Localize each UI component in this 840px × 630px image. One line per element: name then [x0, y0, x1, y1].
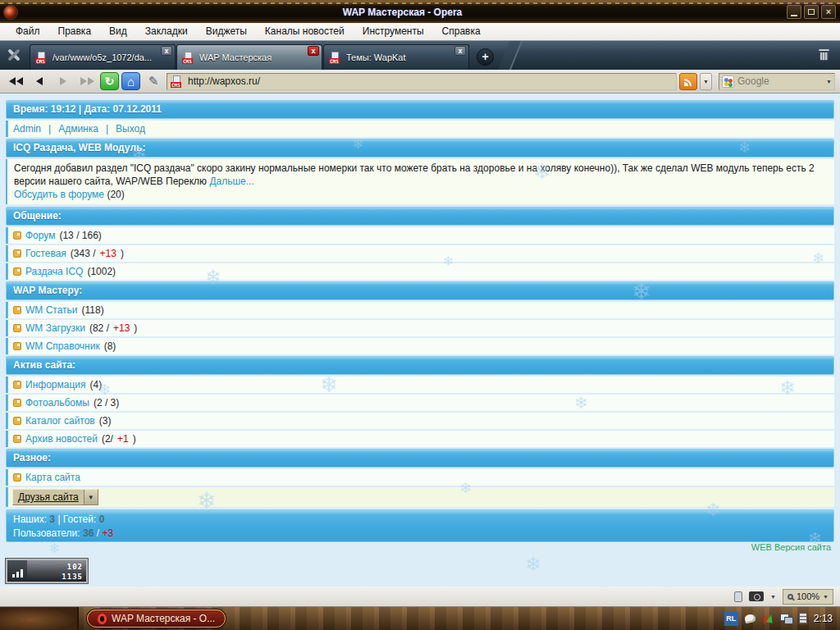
panels-toggle-button[interactable]: [0, 41, 30, 70]
device-view-toggle[interactable]: [734, 591, 742, 602]
skin-emblem-icon: [3, 5, 18, 20]
reload-button[interactable]: ↻: [100, 72, 119, 90]
list-item[interactable]: Архив новостей (2/ +1 ): [6, 431, 834, 447]
item-link[interactable]: WM Справочник: [25, 340, 100, 352]
menu-bookmarks[interactable]: Закладки: [136, 23, 197, 40]
tab-close-icon[interactable]: x: [308, 46, 319, 56]
forward-button[interactable]: [52, 71, 74, 91]
users-new-count: +3: [102, 527, 113, 539]
tab-cms-file[interactable]: CMS /var/www/o5z_1072/da... x: [30, 44, 176, 70]
list-item[interactable]: Форум (13 / 166): [6, 227, 834, 244]
tab-themes-wapkat[interactable]: CMS Темы: WapKat x: [323, 44, 469, 70]
address-bar[interactable]: CMS: [167, 73, 677, 90]
item-link[interactable]: Гостевая: [25, 248, 66, 259]
new-tab-button[interactable]: +: [477, 48, 494, 66]
tab-close-icon[interactable]: x: [161, 46, 172, 56]
menu-widgets[interactable]: Виджеты: [197, 23, 256, 40]
item-count-close: ): [133, 433, 136, 445]
os-taskbar: WAP Мастерская - O... RL 2:13: [0, 607, 840, 630]
zoom-level: 100%: [797, 591, 819, 601]
adminka-link[interactable]: Админка: [58, 123, 98, 135]
list-item[interactable]: Каталог сайтов (3): [6, 413, 834, 429]
list-item[interactable]: Фотоальбомы (2 / 3): [6, 395, 834, 411]
list-item[interactable]: WM Справочник (8): [6, 338, 834, 354]
menu-help[interactable]: Справка: [433, 23, 490, 40]
item-link[interactable]: Каталог сайтов: [25, 415, 95, 427]
rss-dropdown-button[interactable]: ▼: [700, 73, 712, 90]
fast-forward-button[interactable]: [76, 71, 98, 91]
rss-feed-button[interactable]: [679, 73, 697, 90]
home-button[interactable]: ⌂: [121, 72, 140, 90]
item-link[interactable]: Форум: [25, 230, 55, 241]
folder-icon: [13, 231, 21, 240]
tab-close-icon[interactable]: x: [454, 46, 466, 56]
minimize-button[interactable]: [787, 5, 801, 19]
folder-icon: [13, 435, 21, 443]
list-item[interactable]: Информация (4): [6, 377, 834, 393]
item-link[interactable]: Архив новостей: [25, 433, 98, 445]
zoom-control[interactable]: 100% ▼: [783, 589, 833, 605]
admin-link[interactable]: Admin: [13, 123, 41, 135]
chevron-down-icon[interactable]: ▼: [770, 594, 776, 600]
friends-select[interactable]: Друзья сайта ▼: [12, 489, 98, 505]
traffic-arrows-icon[interactable]: [762, 614, 774, 624]
start-ornament[interactable]: [0, 607, 79, 630]
folder-icon: [13, 381, 21, 389]
hit-counter-banner[interactable]: 102 1135: [6, 559, 88, 583]
list-item[interactable]: Раздача ICQ (1002): [6, 263, 834, 280]
chevron-down-icon[interactable]: ▼: [823, 594, 829, 600]
logout-link[interactable]: Выход: [116, 123, 145, 135]
note-button[interactable]: ✎: [143, 71, 164, 91]
menu-edit[interactable]: Правка: [49, 23, 101, 40]
item-link[interactable]: Фотоальбомы: [25, 397, 89, 409]
counter-total: 1135: [30, 572, 83, 582]
chevron-down-icon[interactable]: ▼: [826, 79, 832, 84]
search-box[interactable]: ▼: [719, 73, 835, 90]
minimize-icon: [791, 15, 797, 16]
web-version-link[interactable]: WEB Версия сайта: [751, 542, 831, 552]
tab-bar: CMS /var/www/o5z_1072/da... x CMS WAP Ма…: [0, 41, 840, 70]
list-item[interactable]: Гостевая (343 / +13 ): [6, 245, 834, 262]
dove-tray-icon[interactable]: [744, 614, 756, 623]
chevron-down-icon[interactable]: ▼: [84, 490, 98, 504]
network-monitors-icon[interactable]: [780, 614, 792, 624]
restore-button[interactable]: [804, 5, 819, 19]
list-item[interactable]: WM Статьи (118): [6, 302, 834, 318]
item-count: (2/: [102, 433, 113, 445]
news-more-link[interactable]: Дальше...: [209, 176, 253, 187]
item-count-close: ): [121, 248, 124, 259]
item-link[interactable]: Раздача ICQ: [25, 266, 83, 277]
tab-wap-masterskaya[interactable]: CMS WAP Мастерская x: [176, 44, 322, 70]
navigation-bar: ↻ ⌂ ✎ CMS ▼ ▼: [0, 70, 840, 94]
rewind-button[interactable]: [5, 71, 26, 91]
meter-tray-icon[interactable]: [799, 613, 807, 624]
address-input[interactable]: [188, 75, 673, 87]
item-link[interactable]: Информация: [25, 379, 85, 390]
section-header: Разное:: [6, 449, 834, 468]
item-count: (118): [82, 304, 104, 316]
folder-icon: [13, 249, 21, 258]
menu-tools[interactable]: Инструменты: [354, 23, 433, 40]
menu-view[interactable]: Вид: [100, 23, 136, 40]
camera-icon[interactable]: [749, 591, 764, 601]
menu-file[interactable]: Файл: [7, 23, 49, 40]
trash-icon: [819, 49, 829, 62]
language-indicator[interactable]: RL: [724, 612, 738, 626]
item-link[interactable]: WM Загрузки: [25, 322, 85, 334]
item-link[interactable]: Карта сайта: [25, 472, 80, 483]
menu-feeds[interactable]: Каналы новостей: [256, 23, 354, 40]
counter-today: 102: [30, 562, 83, 572]
search-input[interactable]: [737, 75, 823, 87]
back-button[interactable]: [29, 71, 50, 91]
list-item[interactable]: WM Загрузки (82 / +13 ): [6, 320, 834, 336]
close-icon: ×: [826, 6, 831, 18]
closed-tabs-trash-button[interactable]: [807, 41, 840, 70]
discuss-forum-link[interactable]: Обсудить в форуме: [14, 189, 104, 200]
list-item[interactable]: Карта сайта: [6, 469, 834, 486]
friends-select-row: Друзья сайта ▼: [6, 487, 834, 507]
item-link[interactable]: WM Статьи: [25, 304, 78, 316]
close-button[interactable]: ×: [821, 5, 836, 19]
users-count: 36: [83, 527, 94, 539]
taskbar-opera-button[interactable]: WAP Мастерская - O...: [87, 609, 226, 628]
folder-icon: [13, 342, 21, 350]
